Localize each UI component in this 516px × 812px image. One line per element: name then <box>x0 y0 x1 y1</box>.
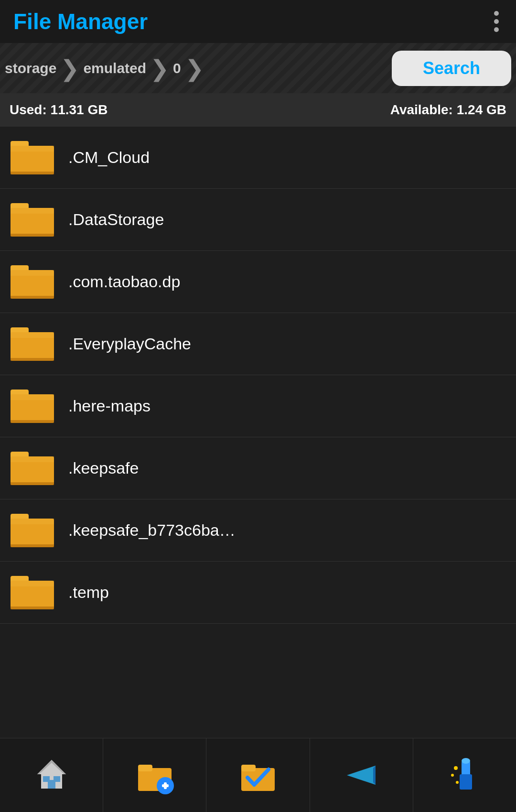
folder-icon <box>10 201 55 238</box>
svg-point-57 <box>462 758 470 764</box>
file-name-label: .temp <box>68 583 109 602</box>
svg-rect-23 <box>11 394 54 400</box>
folder-icon <box>10 574 55 611</box>
breadcrumb: storage ❯ emulated ❯ 0 ❯ Search <box>0 43 516 93</box>
nav-home-button[interactable] <box>0 738 103 812</box>
svg-point-59 <box>451 774 454 777</box>
list-item[interactable]: .CM_Cloud <box>0 127 516 189</box>
file-name-label: .keepsafe <box>68 459 139 477</box>
svg-rect-47 <box>138 765 152 771</box>
svg-rect-19 <box>11 358 54 361</box>
list-item[interactable]: .temp <box>0 562 516 624</box>
app-header: File Manager <box>0 0 516 43</box>
svg-marker-53 <box>347 766 376 785</box>
folder-icon <box>10 512 55 549</box>
search-button[interactable]: Search <box>392 51 511 86</box>
nav-operations-button[interactable] <box>413 738 516 812</box>
file-name-label: .com.taobao.dp <box>68 272 180 291</box>
chevron-icon-2: ❯ <box>150 55 169 82</box>
list-item[interactable]: .keepsafe <box>0 437 516 499</box>
folder-icon <box>10 325 55 363</box>
folder-icon <box>10 388 55 425</box>
checkmark-icon <box>239 756 277 794</box>
svg-rect-42 <box>43 776 50 782</box>
folder-svg <box>10 450 55 487</box>
svg-rect-18 <box>11 332 54 338</box>
folder-svg <box>10 325 55 363</box>
available-storage: Available: 1.24 GB <box>390 102 506 118</box>
list-item[interactable]: .DataStorage <box>0 189 516 251</box>
svg-point-60 <box>456 781 459 784</box>
file-list: .CM_Cloud .DataStorage <box>0 127 516 738</box>
svg-rect-24 <box>11 420 54 423</box>
breadcrumb-0[interactable]: 0 <box>173 60 181 76</box>
svg-point-58 <box>454 766 458 770</box>
svg-rect-33 <box>11 519 54 524</box>
svg-rect-43 <box>54 776 60 782</box>
svg-rect-3 <box>11 146 54 152</box>
svg-rect-14 <box>11 296 54 299</box>
list-item[interactable]: .EveryplayCache <box>0 313 516 375</box>
list-item[interactable]: .com.taobao.dp <box>0 251 516 313</box>
svg-rect-4 <box>11 172 54 174</box>
nav-add-folder-button[interactable] <box>103 738 206 812</box>
breadcrumb-storage[interactable]: storage <box>5 60 56 76</box>
home-icon <box>32 756 71 794</box>
folder-icon <box>10 263 55 301</box>
back-arrow-icon <box>342 756 380 794</box>
file-name-label: .here-maps <box>68 397 150 415</box>
folder-svg <box>10 512 55 549</box>
svg-rect-39 <box>11 606 54 609</box>
folder-icon <box>10 139 55 176</box>
app-title: File Manager <box>13 9 148 34</box>
svg-marker-54 <box>373 766 376 785</box>
svg-rect-28 <box>11 456 54 462</box>
add-folder-icon <box>136 756 174 794</box>
svg-rect-56 <box>460 774 472 790</box>
svg-rect-9 <box>11 234 54 237</box>
file-name-label: .DataStorage <box>68 210 164 229</box>
folder-svg <box>10 574 55 611</box>
chevron-icon-3: ❯ <box>185 55 204 82</box>
wand-icon <box>445 756 484 794</box>
used-storage: Used: 11.31 GB <box>10 102 108 118</box>
folder-svg <box>10 139 55 176</box>
list-item[interactable]: .here-maps <box>0 375 516 437</box>
svg-rect-50 <box>164 782 167 789</box>
svg-rect-13 <box>11 270 54 276</box>
file-name-label: .keepsafe_b773c6ba… <box>68 521 236 540</box>
svg-rect-38 <box>11 581 54 586</box>
bottom-navigation <box>0 738 516 812</box>
svg-rect-29 <box>11 482 54 485</box>
folder-icon <box>10 450 55 487</box>
folder-svg <box>10 263 55 301</box>
more-dot-1 <box>494 11 499 16</box>
svg-rect-52 <box>241 765 256 771</box>
file-name-label: .EveryplayCache <box>68 335 191 353</box>
svg-rect-34 <box>11 544 54 547</box>
storage-info-bar: Used: 11.31 GB Available: 1.24 GB <box>0 93 516 127</box>
more-dot-3 <box>494 27 499 32</box>
list-item[interactable]: .keepsafe_b773c6ba… <box>0 499 516 562</box>
nav-select-button[interactable] <box>206 738 310 812</box>
folder-svg <box>10 388 55 425</box>
more-dot-2 <box>494 19 499 24</box>
file-name-label: .CM_Cloud <box>68 148 150 167</box>
breadcrumb-emulated[interactable]: emulated <box>83 60 146 76</box>
nav-back-button[interactable] <box>310 738 413 812</box>
svg-rect-8 <box>11 208 54 214</box>
folder-svg <box>10 201 55 238</box>
more-options-button[interactable] <box>490 7 503 36</box>
chevron-icon-1: ❯ <box>60 55 79 82</box>
